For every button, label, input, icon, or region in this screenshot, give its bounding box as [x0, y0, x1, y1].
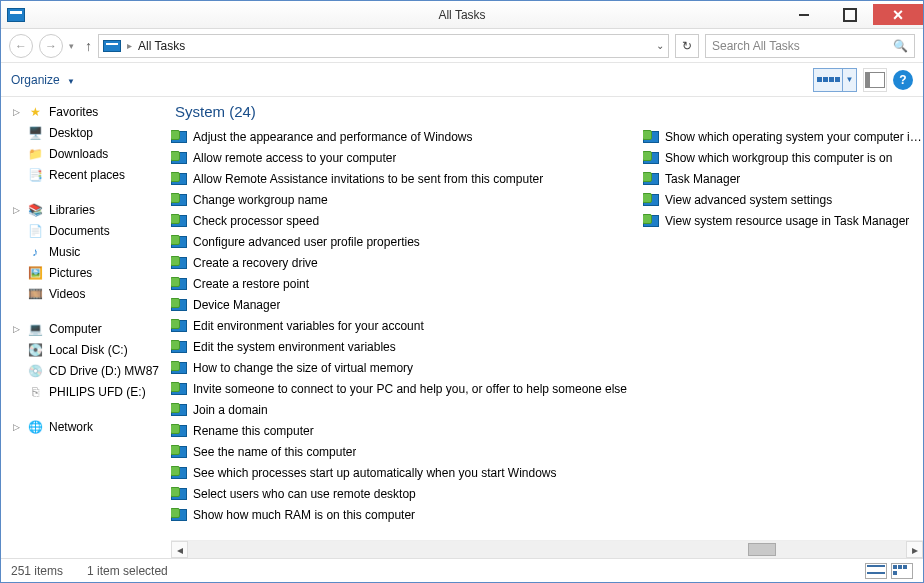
control-panel-icon: [171, 194, 187, 206]
sidebar-item-videos[interactable]: 🎞️Videos: [7, 283, 165, 304]
help-button[interactable]: ?: [893, 70, 913, 90]
task-list: Adjust the appearance and performance of…: [171, 126, 923, 540]
task-item[interactable]: How to change the size of virtual memory: [171, 357, 643, 378]
task-label: View system resource usage in Task Manag…: [665, 214, 909, 228]
task-label: See the name of this computer: [193, 445, 356, 459]
disk-icon: 💽: [27, 342, 43, 358]
control-panel-icon: [171, 509, 187, 521]
history-dropdown-icon[interactable]: ▾: [69, 41, 79, 51]
sidebar-item-usb-drive[interactable]: ⎘PHILIPS UFD (E:): [7, 381, 165, 402]
sidebar-item-recent-places[interactable]: 📑Recent places: [7, 164, 165, 185]
scroll-left-button[interactable]: ◂: [171, 541, 188, 558]
search-placeholder: Search All Tasks: [712, 39, 800, 53]
task-item[interactable]: Select users who can use remote desktop: [171, 483, 643, 504]
view-options-button[interactable]: ▼: [813, 68, 857, 92]
sidebar-item-libraries[interactable]: ▷ 📚 Libraries: [7, 199, 165, 220]
task-label: Show how much RAM is on this computer: [193, 508, 415, 522]
task-item[interactable]: Join a domain: [171, 399, 643, 420]
breadcrumb[interactable]: All Tasks: [138, 39, 185, 53]
preview-pane-button[interactable]: [863, 68, 887, 92]
task-label: Allow Remote Assistance invitations to b…: [193, 172, 543, 186]
task-item[interactable]: Device Manager: [171, 294, 643, 315]
task-item[interactable]: Create a recovery drive: [171, 252, 643, 273]
task-item[interactable]: Configure advanced user profile properti…: [171, 231, 643, 252]
sidebar-item-label: Music: [49, 245, 80, 259]
chevron-right-icon: ▷: [11, 107, 21, 117]
sidebar-item-label: Favorites: [49, 105, 98, 119]
back-button[interactable]: ←: [9, 34, 33, 58]
task-item[interactable]: View system resource usage in Task Manag…: [643, 210, 923, 231]
task-item[interactable]: Rename this computer: [171, 420, 643, 441]
address-bar[interactable]: ▸ All Tasks ⌄: [98, 34, 669, 58]
computer-icon: 💻: [27, 321, 43, 337]
sidebar-item-music[interactable]: ♪Music: [7, 241, 165, 262]
task-item[interactable]: Change workgroup name: [171, 189, 643, 210]
task-label: See which processes start up automatical…: [193, 466, 557, 480]
task-item[interactable]: Show which workgroup this computer is on: [643, 147, 923, 168]
videos-icon: 🎞️: [27, 286, 43, 302]
chevron-down-icon[interactable]: ⌄: [656, 40, 664, 51]
minimize-button[interactable]: [781, 4, 827, 25]
task-item[interactable]: Allow remote access to your computer: [171, 147, 643, 168]
task-item[interactable]: See the name of this computer: [171, 441, 643, 462]
content-pane: System (24) Adjust the appearance and pe…: [171, 97, 923, 558]
scrollbar-thumb[interactable]: [748, 543, 776, 556]
sidebar-item-network[interactable]: ▷ 🌐 Network: [7, 416, 165, 437]
control-panel-icon: [643, 194, 659, 206]
task-label: Invite someone to connect to your PC and…: [193, 382, 627, 396]
sidebar-item-local-disk[interactable]: 💽Local Disk (C:): [7, 339, 165, 360]
search-input[interactable]: Search All Tasks 🔍: [705, 34, 915, 58]
libraries-icon: 📚: [27, 202, 43, 218]
sidebar-item-downloads[interactable]: 📁Downloads: [7, 143, 165, 164]
task-item[interactable]: Check processor speed: [171, 210, 643, 231]
chevron-down-icon[interactable]: ▼: [842, 69, 856, 91]
task-item[interactable]: Task Manager: [643, 168, 923, 189]
title-bar: All Tasks: [1, 1, 923, 29]
task-item[interactable]: Create a restore point: [171, 273, 643, 294]
chevron-right-icon: ▷: [11, 324, 21, 334]
scrollbar-track[interactable]: [188, 541, 906, 558]
sidebar-item-pictures[interactable]: 🖼️Pictures: [7, 262, 165, 283]
control-panel-icon: [171, 152, 187, 164]
task-item[interactable]: See which processes start up automatical…: [171, 462, 643, 483]
task-label: Join a domain: [193, 403, 268, 417]
control-panel-icon: [171, 278, 187, 290]
chevron-right-icon: ▷: [11, 422, 21, 432]
large-icons-view-button[interactable]: [891, 563, 913, 579]
task-item[interactable]: Edit the system environment variables: [171, 336, 643, 357]
refresh-button[interactable]: ↻: [675, 34, 699, 58]
sidebar-item-documents[interactable]: 📄Documents: [7, 220, 165, 241]
task-item[interactable]: Invite someone to connect to your PC and…: [171, 378, 643, 399]
task-item[interactable]: Show which operating system your compute…: [643, 126, 923, 147]
horizontal-scrollbar[interactable]: ◂ ▸: [171, 540, 923, 558]
maximize-button[interactable]: [827, 4, 873, 25]
control-panel-icon: [643, 131, 659, 143]
organize-button[interactable]: Organize ▼: [11, 73, 75, 87]
sidebar-item-desktop[interactable]: 🖥️Desktop: [7, 122, 165, 143]
explorer-body: ▷ ★ Favorites 🖥️Desktop 📁Downloads 📑Rece…: [1, 97, 923, 558]
control-panel-icon: [171, 383, 187, 395]
sidebar-item-label: Pictures: [49, 266, 92, 280]
task-label: Edit the system environment variables: [193, 340, 396, 354]
group-header[interactable]: System (24): [171, 97, 923, 126]
task-label: Check processor speed: [193, 214, 319, 228]
task-item[interactable]: Adjust the appearance and performance of…: [171, 126, 643, 147]
task-label: Adjust the appearance and performance of…: [193, 130, 473, 144]
sidebar-item-favorites[interactable]: ▷ ★ Favorites: [7, 101, 165, 122]
sidebar-item-computer[interactable]: ▷ 💻 Computer: [7, 318, 165, 339]
task-item[interactable]: View advanced system settings: [643, 189, 923, 210]
control-panel-icon: [643, 152, 659, 164]
star-icon: ★: [27, 104, 43, 120]
task-item[interactable]: Edit environment variables for your acco…: [171, 315, 643, 336]
scroll-right-button[interactable]: ▸: [906, 541, 923, 558]
close-button[interactable]: [873, 4, 923, 25]
details-view-button[interactable]: [865, 563, 887, 579]
up-button[interactable]: ↑: [85, 38, 92, 54]
pictures-icon: 🖼️: [27, 265, 43, 281]
task-item[interactable]: Show how much RAM is on this computer: [171, 504, 643, 525]
forward-button[interactable]: →: [39, 34, 63, 58]
task-item[interactable]: Allow Remote Assistance invitations to b…: [171, 168, 643, 189]
sidebar-item-cd-drive[interactable]: 💿CD Drive (D:) MW87: [7, 360, 165, 381]
window-controls: [781, 4, 923, 25]
search-icon: 🔍: [893, 39, 908, 53]
